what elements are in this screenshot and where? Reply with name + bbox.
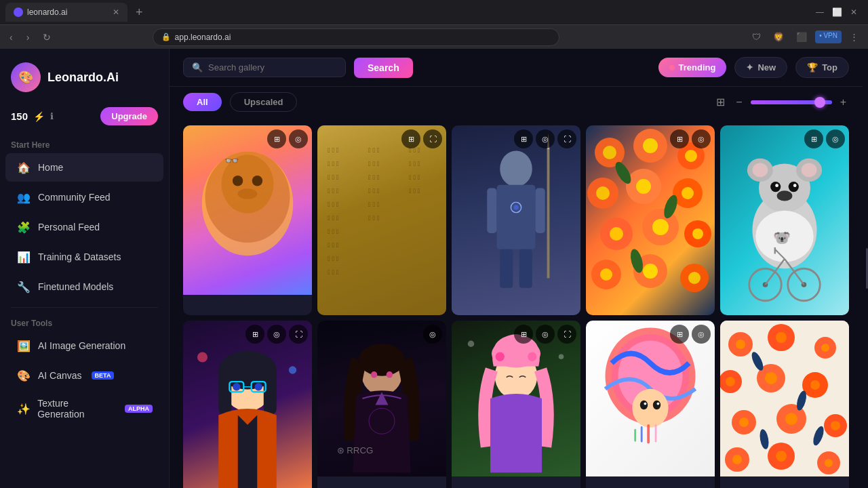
gallery-item-lion[interactable]: 👓 ⊞ ◎ [183, 125, 312, 315]
svg-text:𓋀 𓋁 𓋂: 𓋀 𓋁 𓋂 [368, 160, 380, 167]
overlay-btn-pg-3[interactable]: ⛶ [557, 325, 576, 344]
overlay-btn-ko-2[interactable]: ◎ [826, 129, 845, 148]
gallery-image-girl-glasses [183, 321, 312, 488]
svg-point-72 [789, 182, 799, 192]
top-button[interactable]: 🏆 Top [795, 57, 849, 78]
tab-close-button[interactable]: ✕ [113, 7, 119, 17]
grid-view-button[interactable]: ⊞ [713, 93, 728, 111]
browser-chrome: leonardo.ai ✕ + — ⬜ ✕ ‹ › ↻ 🔒 app.leonar… [0, 0, 868, 49]
svg-text:𓌀 𓌁 𓌂: 𓌀 𓌁 𓌂 [368, 174, 380, 181]
gallery-image-hieroglyphs: 𓀀 𓀁 𓀂 𓁀 𓁁 𓁂 𓂀 𓂁 𓂂 𓃀 𓃁 𓃂 𓄀 𓄁 𓄂 𓅀 𓅁 𓅂 𓆀 𓆁 … [317, 125, 446, 315]
brave-button[interactable]: 🦁 [769, 30, 788, 43]
overlay-btn-cg-1[interactable]: ⊞ [670, 325, 689, 344]
sidebar-item-ai-canvas[interactable]: 🎨 AI Canvas BETA [5, 361, 163, 390]
reload-button[interactable]: ↻ [39, 30, 55, 44]
url-text: app.leonardo.ai [175, 33, 231, 42]
gallery-image-koala: 🐨 [720, 125, 849, 315]
sidebar-item-finetuned-models[interactable]: 🔧 Finetuned Models [5, 272, 163, 301]
overlay-btn-fl-2[interactable]: ◎ [692, 129, 711, 148]
gallery-item-pink-girl[interactable]: ⊞ ◎ ⛶ [452, 321, 580, 488]
toolbar: 🔍 Search Trending ✦ New 🏆 Top [170, 49, 863, 87]
svg-point-143 [831, 421, 840, 430]
new-button[interactable]: ✦ New [734, 57, 787, 78]
overlay-btn-war-2[interactable]: ◎ [536, 129, 555, 148]
user-tools-label: User Tools [0, 313, 169, 331]
gallery-image-pink-girl [452, 321, 580, 476]
search-button[interactable]: Search [354, 58, 413, 78]
overlay-btn-gg-2[interactable]: ◎ [267, 325, 286, 344]
overlay-btn-gg-3[interactable]: ⛶ [289, 325, 308, 344]
svg-point-74 [793, 184, 797, 187]
sidebar-item-community-feed[interactable]: 👥 Community Feed [5, 183, 163, 211]
forward-button[interactable]: › [22, 30, 34, 44]
gallery-overlay-flowers: ⊞ ◎ [670, 129, 711, 148]
gallery-image-colorful-girl [586, 321, 715, 476]
sidebar-item-home[interactable]: 🏠 Home [5, 153, 163, 182]
overlay-btn-hier-1[interactable]: ⊞ [401, 129, 420, 148]
sidebar-item-personal-feed[interactable]: 🧩 Personal Feed [5, 213, 163, 241]
overlay-btn-gg-1[interactable]: ⊞ [245, 325, 264, 344]
vpn-badge[interactable]: • VPN [815, 30, 842, 43]
svg-point-131 [821, 344, 829, 352]
overlay-btn-hier-2[interactable]: ⛶ [423, 129, 442, 148]
main-content: 🔍 Search Trending ✦ New 🏆 Top All Upscal… [170, 49, 863, 488]
overlay-btn-pg-1[interactable]: ⊞ [514, 325, 533, 344]
gallery-item-warrior[interactable]: ⊞ ◎ ⛶ [452, 125, 580, 315]
close-window-button[interactable]: ✕ [850, 7, 857, 17]
sidebar-item-ai-canvas-label: AI Canvas [38, 370, 82, 381]
new-tab-button[interactable]: + [130, 5, 149, 20]
overlay-btn-2[interactable]: ◎ [289, 129, 308, 148]
sidebar-item-ai-image-generation[interactable]: 🖼️ AI Image Generation [5, 331, 163, 360]
gallery-item-girl-glasses[interactable]: ⊞ ◎ ⛶ [183, 321, 312, 488]
overlay-btn-fl-1[interactable]: ⊞ [670, 129, 689, 148]
gallery-item-dark-woman[interactable]: ⊛ RRCG ◎ [317, 321, 446, 488]
overlay-btn-dw-1[interactable]: ◎ [423, 325, 442, 344]
credits-info-button[interactable]: ℹ [50, 111, 54, 121]
extensions-button[interactable]: 🛡 [748, 30, 765, 43]
overlay-btn-1[interactable]: ⊞ [267, 129, 286, 148]
svg-point-98 [289, 366, 296, 373]
tab-favicon [14, 7, 23, 17]
sidebar-item-personal-feed-label: Personal Feed [38, 222, 100, 232]
svg-point-108 [496, 352, 505, 361]
minimize-button[interactable]: — [816, 7, 824, 17]
gallery-item-hieroglyphs[interactable]: 𓀀 𓀁 𓀂 𓁀 𓁁 𓁂 𓂀 𓂁 𓂂 𓃀 𓃁 𓃂 𓄀 𓄁 𓄂 𓅀 𓅁 𓅂 𓆀 𓆁 … [317, 125, 446, 315]
tab-upscaled-button[interactable]: Upscaled [230, 92, 298, 112]
gallery-item-koala[interactable]: 🐨 [720, 125, 849, 315]
svg-rect-121 [647, 424, 650, 444]
sub-toolbar: All Upscaled ⊞ − + [170, 87, 863, 117]
credits-icon: ⚡ [33, 111, 45, 122]
gallery-image-dark-woman: ⊛ RRCG [317, 321, 446, 476]
url-bar[interactable]: 🔒 app.leonardo.ai [153, 28, 559, 46]
gallery-item-floral2[interactable] [720, 321, 849, 488]
svg-point-135 [765, 372, 777, 384]
gallery-overlay-koala: ⊞ ◎ [804, 129, 845, 148]
overlay-btn-cg-2[interactable]: ◎ [692, 325, 711, 344]
maximize-button[interactable]: ⬜ [832, 7, 842, 17]
search-input[interactable] [208, 62, 317, 73]
size-plus-button[interactable]: + [837, 94, 849, 111]
extension-button[interactable]: ⬛ [792, 30, 811, 43]
svg-rect-124 [634, 429, 636, 442]
overlay-btn-ko-1[interactable]: ⊞ [804, 129, 823, 148]
menu-button[interactable]: ⋮ [846, 30, 863, 43]
sidebar-item-training-datasets[interactable]: 📊 Training & Datasets [5, 243, 163, 271]
overlay-btn-war-1[interactable]: ⊞ [514, 129, 533, 148]
gallery-item-flowers[interactable]: ⊞ ◎ [586, 125, 715, 315]
overlay-btn-pg-2[interactable]: ◎ [536, 325, 555, 344]
upgrade-button[interactable]: Upgrade [100, 107, 158, 125]
tab-all-button[interactable]: All [183, 93, 222, 111]
trending-button[interactable]: Trending [658, 58, 727, 77]
size-slider[interactable] [751, 100, 832, 104]
active-tab[interactable]: leonardo.ai ✕ [5, 3, 127, 22]
brand-name: Leonardo.Ai [47, 70, 119, 85]
back-button[interactable]: ‹ [5, 30, 17, 44]
overlay-btn-war-3[interactable]: ⛶ [557, 129, 576, 148]
sidebar-item-texture-generation[interactable]: ✨ Texture Generation ALPHA [5, 391, 163, 426]
size-minus-button[interactable]: − [733, 94, 745, 111]
slider-thumb[interactable] [814, 97, 825, 108]
trending-label: Trending [679, 62, 716, 73]
svg-point-111 [559, 354, 564, 359]
gallery-item-colorful-girl[interactable]: ⊞ ◎ [586, 321, 715, 488]
browser-actions: 🛡 🦁 ⬛ • VPN ⋮ [748, 30, 863, 43]
